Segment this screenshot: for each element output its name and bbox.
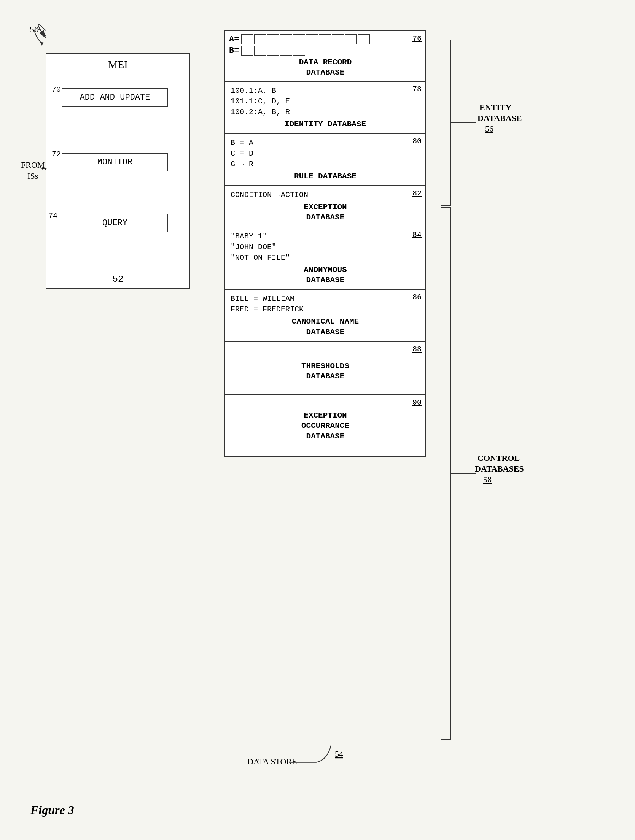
canonical-section: 86 BILL = WILLIAM FRED = FREDERICK CANON… bbox=[225, 290, 425, 342]
grid-label-a: A= bbox=[229, 35, 239, 44]
rule-content: B = A C = D G → R bbox=[231, 138, 420, 170]
query-box: QUERY bbox=[62, 214, 168, 232]
exception-section: 82 CONDITION →ACTION EXCEPTIONDATABASE bbox=[225, 186, 425, 227]
thresholds-section: 88 THRESHOLDSDATABASE bbox=[225, 342, 425, 395]
grid-cell bbox=[293, 34, 305, 44]
grid-row-b: B= bbox=[229, 46, 422, 56]
rule-title: RULE DATABASE bbox=[231, 171, 420, 181]
exception-content: CONDITION →ACTION bbox=[231, 190, 420, 200]
section-82-number: 82 bbox=[412, 189, 422, 198]
from-iss-arrow: ↔ bbox=[40, 164, 48, 173]
grid-cell bbox=[293, 46, 305, 56]
grid-cell bbox=[241, 46, 253, 56]
identity-section: 78 100.1:A, B 101.1:C, D, E 100.2:A, B, … bbox=[225, 82, 425, 134]
diagram-container: MEI 70 ADD AND UPDATE 72 MONITOR 74 QUER… bbox=[23, 23, 613, 821]
mei-number: 52 bbox=[113, 274, 124, 284]
section-78-number: 78 bbox=[412, 85, 422, 94]
section-76-number: 76 bbox=[412, 34, 422, 43]
grid-cell bbox=[358, 34, 370, 44]
grid-cell bbox=[306, 34, 318, 44]
label-70: 70 bbox=[52, 85, 61, 94]
section-86-number: 86 bbox=[412, 293, 422, 302]
exception-occurrence-section: 90 EXCEPTIONOCCURRANCEDATABASE bbox=[225, 395, 425, 456]
anonymous-title: ANONYMOUSDATABASE bbox=[231, 265, 420, 286]
identity-content: 100.1:A, B 101.1:C, D, E 100.2:A, B, R bbox=[231, 86, 420, 118]
grid-cell bbox=[267, 46, 279, 56]
section-80-number: 80 bbox=[412, 137, 422, 146]
thresholds-title: THRESHOLDSDATABASE bbox=[231, 361, 420, 382]
label-72: 72 bbox=[52, 150, 61, 159]
section-88-number: 88 bbox=[412, 345, 422, 354]
grid-cell bbox=[280, 46, 292, 56]
label-74: 74 bbox=[48, 211, 57, 220]
anonymous-section: 84 "BABY 1" "JOHN DOE" "NOT ON FILE" ANO… bbox=[225, 227, 425, 290]
data-record-section: 76 A= B= bbox=[225, 31, 425, 82]
grid-row-a: A= bbox=[229, 34, 422, 44]
exception-title: EXCEPTIONDATABASE bbox=[231, 202, 420, 223]
grid-cell bbox=[267, 34, 279, 44]
datastore-column: 76 A= B= bbox=[224, 30, 426, 457]
grid-label-b: B= bbox=[229, 46, 239, 56]
mei-title: MEI bbox=[46, 54, 189, 74]
anonymous-content: "BABY 1" "JOHN DOE" "NOT ON FILE" bbox=[231, 231, 420, 263]
data-record-title: DATA RECORDDATABASE bbox=[229, 57, 422, 78]
grid-cell bbox=[319, 34, 331, 44]
section-84-number: 84 bbox=[412, 230, 422, 239]
canonical-title: CANONICAL NAMEDATABASE bbox=[231, 316, 420, 337]
exception-occurrence-title: EXCEPTIONOCCURRANCEDATABASE bbox=[231, 410, 420, 441]
grid-cell bbox=[241, 34, 253, 44]
grid-cell bbox=[280, 34, 292, 44]
grid-cell bbox=[254, 34, 266, 44]
add-update-box: ADD AND UPDATE bbox=[62, 88, 168, 107]
monitor-box: MONITOR bbox=[62, 153, 168, 171]
grid-cell bbox=[332, 34, 344, 44]
grid-cell bbox=[254, 46, 266, 56]
canonical-content: BILL = WILLIAM FRED = FREDERICK bbox=[231, 294, 420, 315]
figure-label: Figure 3 bbox=[30, 803, 74, 817]
grid-cells-a bbox=[241, 34, 371, 44]
grid-cells-b bbox=[241, 46, 306, 56]
identity-title: IDENTITY DATABASE bbox=[231, 119, 420, 129]
section-90-number: 90 bbox=[412, 398, 422, 407]
mei-box: MEI 70 ADD AND UPDATE 72 MONITOR 74 QUER… bbox=[46, 53, 190, 289]
rule-section: 80 B = A C = D G → R RULE DATABASE bbox=[225, 134, 425, 186]
grid-cell bbox=[345, 34, 357, 44]
